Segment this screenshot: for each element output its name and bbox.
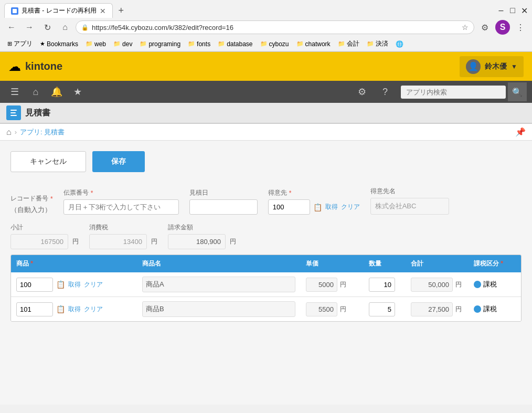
bookmark-accounting[interactable]: 📁 会計 [335,38,363,49]
radio-dot-2[interactable] [474,305,481,313]
product-name-value-1: 商品A [142,277,295,292]
app-header-bar: 見積書 [0,103,532,124]
record-no-label: レコード番号 * [10,194,53,203]
product-get-button-1[interactable]: 取得 [68,280,81,289]
product-table: 商品 * 商品名 単価 数量 合計 課税区分 * 📋 取得 クリア [10,255,522,322]
breadcrumb-home-icon[interactable]: ⌂ [6,128,12,137]
record-no-value: （自動入力） [10,205,53,215]
bookmark-programing[interactable]: 📁 programing [136,39,184,49]
reload-button[interactable]: ↻ [40,20,55,35]
browser-chrome: 見積書 - レコードの再利用 ✕ + – □ ✕ ← → ↻ ⌂ 🔒 https… [0,0,532,52]
main-content: キャンセル 保存 レコード番号 * （自動入力） 伝票番号 * [0,141,532,405]
help-button[interactable]: ? [376,82,395,101]
breadcrumb-app-link[interactable]: アプリ: 見積書 [20,128,65,137]
product-clear-button-2[interactable]: クリア [84,305,103,314]
bookmark-star-button[interactable]: ☆ [462,23,469,31]
browser-toolbar: ← → ↻ ⌂ 🔒 https://fe54k.cybozu.com/k/382… [0,18,532,37]
maximize-button[interactable]: □ [509,7,516,14]
user-menu-button[interactable]: 👤 鈴木優 ▼ [460,56,524,77]
td-quantity-1 [364,273,406,296]
menu-button[interactable]: ⋮ [513,20,528,35]
favorites-button[interactable]: ★ [68,82,87,101]
quantity-input-2[interactable] [369,302,395,316]
back-button[interactable]: ← [4,20,19,35]
bookmark-web-label: web [94,40,106,48]
product-id-input-2[interactable] [16,302,53,316]
total-unit-1: 円 [455,280,462,289]
bookmark-globe[interactable]: 🌐 [392,39,407,49]
star-icon: ★ [40,40,45,47]
action-bar: キャンセル 保存 [10,151,522,172]
bookmark-apps[interactable]: ⊞ アプリ [4,38,36,49]
quantity-input-1[interactable] [369,278,395,292]
home-button[interactable]: ⌂ [58,20,72,35]
total-value-1: 50,000 [411,278,453,292]
app-title: 見積書 [25,108,50,119]
home-nav-button[interactable]: ⌂ [26,82,45,101]
bookmark-fonts[interactable]: 📁 fonts [185,39,214,49]
bookmark-apps-label: アプリ [14,39,33,48]
extensions-button[interactable]: ⚙ [477,20,492,35]
bookmark-cybozu[interactable]: 📁 cybozu [257,39,292,49]
customer-name-field: 得意先名 株式会社ABC [370,187,449,215]
td-product-name-2: 商品B [137,297,301,321]
bookmark-fonts-label: fonts [197,40,210,48]
td-product-2: 📋 取得 クリア [11,298,137,321]
close-button[interactable]: ✕ [520,7,528,14]
nav-bar: ☰ ⌂ 🔔 ★ ⚙ ? 🔍 [0,81,532,103]
bookmark-bookmarks[interactable]: ★ Bookmarks [37,39,81,49]
cancel-button[interactable]: キャンセル [10,151,86,172]
avatar-button[interactable]: S [495,20,510,35]
window-controls: – □ ✕ [497,7,528,14]
lock-icon: 🔒 [81,24,89,31]
user-avatar: 👤 [466,59,481,74]
tax-radio-2[interactable]: 課税 [474,304,516,314]
bookmarks-bar: ⊞ アプリ ★ Bookmarks 📁 web 📁 dev 📁 programi… [0,37,532,51]
tax-with-unit: 13400 円 [89,234,157,249]
customer-id-with-btn: 📋 取得 クリア [268,199,360,215]
kintone-brand-name: kintone [25,60,62,72]
bookmark-database[interactable]: 📁 database [215,39,256,49]
bookmark-dev[interactable]: 📁 dev [110,39,135,49]
radio-dot-1[interactable] [474,281,481,288]
unit-price-value-2: 5500 [306,302,337,316]
customer-lookup-icon[interactable]: 📋 [313,203,322,211]
product-get-button-2[interactable]: 取得 [68,305,81,314]
address-bar[interactable]: 🔒 https://fe54k.cybozu.com/k/382/edit?re… [76,20,474,34]
product-lookup-icon-2[interactable]: 📋 [56,305,65,313]
product-clear-button-1[interactable]: クリア [84,280,103,289]
search-input[interactable] [401,86,506,99]
product-id-input-1[interactable] [16,278,53,292]
th-unit-price: 単価 [301,255,364,272]
customer-id-input[interactable] [268,199,310,215]
forward-button[interactable]: → [22,20,37,35]
search-button[interactable]: 🔍 [508,82,527,101]
estimate-date-input[interactable] [189,199,258,215]
unit-price-unit-2: 円 [340,305,346,314]
bookmark-dev-label: dev [122,40,132,48]
product-lookup-icon-1[interactable]: 📋 [56,280,65,289]
hamburger-menu-button[interactable]: ☰ [5,82,24,101]
save-button[interactable]: 保存 [92,151,145,172]
tax-radio-1[interactable]: 課税 [474,280,516,289]
new-tab-button[interactable]: + [114,3,129,18]
bookmark-programing-label: programing [148,40,180,48]
bookmark-payment[interactable]: 📁 決済 [364,38,391,49]
settings-button[interactable]: ⚙ [353,82,371,101]
td-total-1: 50,000 円 [406,273,469,296]
bookmark-chatwork-label: chatwork [305,40,331,48]
total-value: 180,900 [168,234,226,249]
customer-name-value: 株式会社ABC [370,198,449,215]
pin-icon[interactable]: 📌 [515,127,526,137]
customer-get-button[interactable]: 取得 [325,203,338,211]
bookmark-web[interactable]: 📁 web [82,39,109,49]
minimize-button[interactable]: – [497,7,505,14]
voucher-required-star: * [91,189,93,197]
bookmark-chatwork[interactable]: 📁 chatwork [293,39,334,49]
voucher-no-input[interactable] [63,199,179,215]
browser-tab-active[interactable]: 見積書 - レコードの再利用 ✕ [4,3,113,18]
voucher-no-label: 伝票番号 * [63,188,179,197]
customer-clear-button[interactable]: クリア [341,203,360,211]
notification-button[interactable]: 🔔 [47,82,66,101]
tab-close-button[interactable]: ✕ [100,7,106,15]
